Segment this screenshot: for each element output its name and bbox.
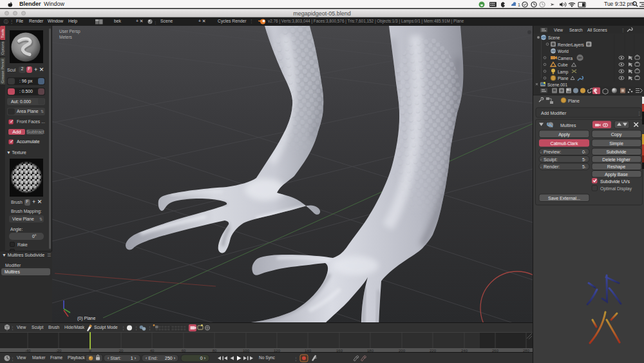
svg-text:Multires: Multires bbox=[560, 123, 576, 128]
svg-text:Lamp: Lamp bbox=[558, 70, 569, 75]
svg-text:‹: ‹ bbox=[540, 150, 542, 154]
svg-text:Save External...: Save External... bbox=[548, 196, 580, 201]
svg-text:Plane: Plane bbox=[558, 76, 569, 81]
svg-text:0 ›: 0 › bbox=[200, 356, 206, 360]
svg-text:Subdivide: Subdivide bbox=[606, 150, 626, 155]
svg-text:Catmull-Clark: Catmull-Clark bbox=[551, 141, 578, 146]
svg-text:Copy: Copy bbox=[611, 132, 622, 137]
svg-text:›: › bbox=[585, 165, 586, 169]
svg-text:⋮: ⋮ bbox=[121, 326, 126, 330]
svg-text:Simple: Simple bbox=[609, 141, 623, 146]
svg-text:Camera: Camera bbox=[558, 56, 573, 61]
svg-text:⋮: ⋮ bbox=[103, 21, 104, 25]
svg-text:⋮: ⋮ bbox=[621, 28, 625, 32]
svg-text:‹: ‹ bbox=[540, 157, 542, 161]
svg-text:Apply: Apply bbox=[558, 132, 570, 137]
svg-text:⋮: ⋮ bbox=[637, 111, 641, 115]
svg-text:⋮: ⋮ bbox=[10, 326, 15, 330]
svg-text:Apply Base: Apply Base bbox=[605, 172, 628, 177]
svg-text:Render:: Render: bbox=[544, 164, 560, 170]
svg-text:1: 1 bbox=[518, 3, 520, 7]
svg-text:›: › bbox=[585, 150, 586, 154]
svg-text:User Persp: User Persp bbox=[59, 29, 80, 34]
svg-text:⋮: ⋮ bbox=[10, 357, 15, 361]
svg-text:Subdivide UVs: Subdivide UVs bbox=[600, 179, 630, 184]
svg-text:1 ›: 1 › bbox=[131, 356, 137, 360]
svg-text:›: › bbox=[585, 157, 586, 161]
svg-text:Optimal Display: Optimal Display bbox=[600, 186, 632, 191]
svg-text:Meters: Meters bbox=[59, 35, 73, 39]
svg-text:Sculpt:: Sculpt: bbox=[544, 157, 558, 162]
svg-text:⋮: ⋮ bbox=[134, 326, 138, 330]
svg-text:Cube: Cube bbox=[558, 63, 568, 67]
svg-text:RenderLayers: RenderLayers bbox=[558, 43, 585, 48]
svg-text:Plane: Plane bbox=[568, 99, 580, 103]
svg-text:⋮: ⋮ bbox=[147, 326, 152, 330]
svg-text:World: World bbox=[558, 49, 569, 54]
svg-text:Reshape: Reshape bbox=[607, 164, 625, 170]
svg-text:Search: Search bbox=[569, 28, 583, 32]
svg-text:Add Modifier: Add Modifier bbox=[541, 111, 567, 115]
svg-text:Preview:: Preview: bbox=[544, 150, 561, 155]
svg-text:⋮: ⋮ bbox=[153, 21, 156, 25]
svg-text:Scene: Scene bbox=[548, 35, 560, 40]
svg-text:‹: ‹ bbox=[540, 165, 542, 169]
svg-text:‹ End:: ‹ End: bbox=[146, 356, 158, 360]
svg-text:View: View bbox=[554, 28, 563, 32]
svg-text:250 ›: 250 › bbox=[165, 356, 176, 360]
svg-text:⋮: ⋮ bbox=[294, 357, 298, 361]
svg-text:(0) Plane: (0) Plane bbox=[77, 316, 96, 321]
svg-text:Delete Higher: Delete Higher bbox=[602, 157, 630, 162]
svg-text:All Scenes: All Scenes bbox=[587, 28, 607, 32]
svg-text:‹ Start:: ‹ Start: bbox=[108, 356, 121, 360]
